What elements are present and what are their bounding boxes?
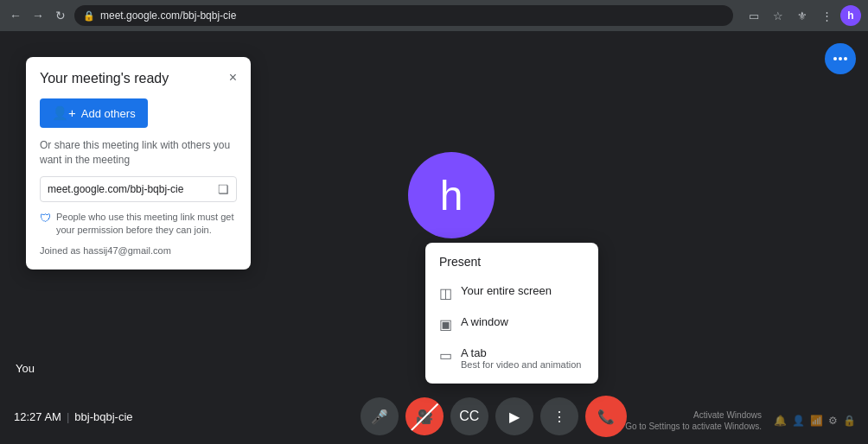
more-icon: ⋮	[552, 409, 566, 425]
present-icon: ▶	[509, 409, 520, 425]
security-row: 🛡 People who use this meeting link must …	[40, 211, 237, 238]
close-button[interactable]: ×	[229, 71, 237, 85]
end-call-button[interactable]: 📞	[585, 396, 627, 437]
browser-chrome: ← → ↻ 🔒 meet.google.com/bbj-bqbj-cie ▭ ☆…	[0, 0, 868, 31]
present-menu: Present ◫ Your entire screen ▣ A window …	[425, 243, 598, 384]
captions-icon: CC	[459, 409, 479, 424]
system-icons: 🔔 👤 📶 ⚙ 🔒	[774, 415, 856, 427]
dots-icon	[833, 57, 847, 60]
url-text: meet.google.com/bbj-bqbj-cie	[100, 10, 236, 22]
avatar-initial: h	[440, 172, 463, 219]
windows-notice-text: Activate Windows Go to Settings to activ…	[625, 409, 762, 432]
card-header: Your meeting's ready ×	[40, 71, 237, 86]
cast-icon[interactable]: ▭	[744, 5, 764, 26]
present-option-screen[interactable]: ◫ Your entire screen	[425, 277, 598, 308]
add-person-icon: 👤+	[52, 105, 76, 121]
more-options-button[interactable]	[825, 43, 856, 74]
activate-windows-line2: Go to Settings to activate Windows.	[625, 421, 762, 432]
card-title: Your meeting's ready	[40, 71, 169, 86]
microphone-icon: 🎤	[371, 409, 388, 425]
present-window-label: A window	[461, 315, 508, 328]
present-button[interactable]: ▶	[495, 397, 533, 435]
forward-button[interactable]: →	[29, 7, 47, 24]
time-divider: |	[67, 410, 69, 423]
window-icon: ▣	[439, 316, 452, 333]
ready-card: Your meeting's ready × 👤+ Add others Or …	[26, 57, 251, 270]
bookmark-icon[interactable]: ☆	[768, 5, 788, 26]
present-title: Present	[425, 255, 598, 277]
present-option-tab[interactable]: ▭ A tab Best for video and animation	[425, 339, 598, 377]
profile-button[interactable]: h	[840, 5, 861, 26]
meeting-code-display: bbj-bqbj-cie	[74, 410, 132, 423]
bottom-bar: 12:27 AM | bbj-bqbj-cie 🎤 🎥 CC ▶ ⋮ 📞	[0, 389, 868, 444]
camera-button[interactable]: 🎥	[405, 397, 444, 435]
activate-windows-line1: Activate Windows	[625, 409, 762, 421]
security-text: People who use this meeting link must ge…	[56, 211, 237, 238]
present-option-window[interactable]: ▣ A window	[425, 308, 598, 339]
screen-icon: ◫	[439, 285, 452, 301]
microphone-button[interactable]: 🎤	[361, 397, 399, 435]
sys-icon-3: 📶	[810, 415, 823, 427]
sys-icon-1: 🔔	[774, 415, 787, 427]
back-button[interactable]: ←	[7, 7, 24, 24]
present-option-screen-text: Your entire screen	[461, 284, 552, 297]
present-option-window-text: A window	[461, 315, 508, 328]
menu-icon[interactable]: ⋮	[816, 5, 837, 26]
add-others-button[interactable]: 👤+ Add others	[40, 98, 148, 128]
address-bar[interactable]: 🔒 meet.google.com/bbj-bqbj-cie	[74, 5, 733, 26]
sys-icon-5: 🔒	[843, 415, 856, 427]
present-option-tab-text: A tab Best for video and animation	[461, 346, 581, 370]
add-others-label: Add others	[81, 107, 136, 120]
shield-icon: 🛡	[40, 212, 51, 225]
meeting-area: Your meeting's ready × 👤+ Add others Or …	[0, 31, 868, 444]
extensions-icon[interactable]: ⚜	[792, 5, 813, 26]
end-call-icon: 📞	[597, 409, 615, 425]
sys-icon-2: 👤	[792, 415, 805, 427]
time-display: 12:27 AM	[14, 410, 61, 423]
tab-icon: ▭	[439, 347, 452, 364]
present-tab-label: A tab	[461, 346, 581, 359]
meeting-link: meet.google.com/bbj-bqbj-cie	[48, 183, 213, 195]
copy-link-button[interactable]: ❏	[218, 182, 229, 196]
browser-toolbar: ▭ ☆ ⚜ ⋮ h	[744, 5, 861, 26]
link-row: meet.google.com/bbj-bqbj-cie ❏	[40, 176, 237, 202]
more-controls-button[interactable]: ⋮	[540, 397, 578, 435]
sys-icon-4: ⚙	[828, 415, 838, 427]
present-tab-sub: Best for video and animation	[461, 359, 581, 370]
windows-notice: Activate Windows Go to Settings to activ…	[625, 409, 856, 432]
present-screen-label: Your entire screen	[461, 284, 552, 297]
reload-button[interactable]: ↻	[52, 7, 69, 24]
you-label: You	[16, 362, 35, 375]
share-text: Or share this meeting link with others y…	[40, 138, 237, 168]
meeting-time-info: 12:27 AM | bbj-bqbj-cie	[14, 410, 133, 423]
captions-button[interactable]: CC	[450, 397, 488, 435]
lock-icon: 🔒	[83, 10, 95, 22]
joined-as-text: Joined as hassij47@gmail.com	[40, 245, 237, 256]
user-avatar: h	[408, 152, 495, 238]
